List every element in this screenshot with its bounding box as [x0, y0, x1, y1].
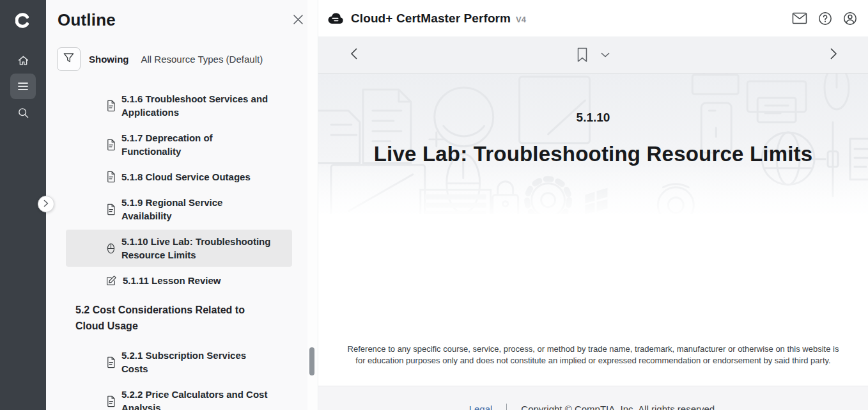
footer-divider [506, 404, 507, 410]
mail-icon[interactable] [792, 12, 807, 24]
lesson-title: Live Lab: Troubleshooting Resource Limit… [318, 142, 868, 166]
close-outline-button[interactable] [293, 14, 304, 28]
outline-item[interactable]: 5.1.7 Deprecation of Functionality [66, 126, 292, 163]
outline-title: Outline [58, 10, 116, 30]
next-lesson-button[interactable] [826, 44, 841, 66]
previous-lesson-button[interactable] [346, 44, 361, 66]
outline-item[interactable]: 5.1.11 Lesson Review [66, 269, 292, 292]
outline-item[interactable]: 5.2.2 Price Calculators and Cost Analysi… [66, 382, 292, 410]
main-area: Cloud+ CertMaster Perform V4 [318, 0, 868, 410]
home-button[interactable] [10, 47, 36, 73]
outline-section-header[interactable]: 5.2 Cost Considerations Related to Cloud… [66, 295, 292, 341]
outline-panel: Outline Showing All Resource Types (Defa… [46, 0, 318, 410]
document-icon [105, 356, 116, 368]
chevron-left-icon [350, 48, 357, 62]
panel-expand-button[interactable] [38, 196, 54, 212]
outline-item[interactable]: 5.1.8 Cloud Service Outages [66, 165, 292, 189]
lesson-hero-banner: 5.1.10 Live Lab: Troubleshooting Resourc… [318, 74, 868, 214]
chevron-down-icon[interactable] [601, 52, 610, 58]
outline-menu-icon [17, 81, 29, 91]
header-action-icons [792, 12, 857, 26]
copyright-text: Copyright © CompTIA, Inc. All rights res… [521, 404, 717, 410]
mouse-icon [105, 242, 116, 255]
outline-scrollbar-thumb[interactable] [309, 347, 314, 375]
lesson-content: Reference to any specific course, servic… [318, 214, 868, 386]
filter-funnel-icon [63, 52, 75, 67]
edit-icon [105, 274, 118, 287]
search-icon [17, 107, 29, 119]
lesson-navbar [318, 36, 868, 74]
chevron-right-icon [43, 198, 49, 210]
product-title: Cloud+ CertMaster Perform [351, 12, 511, 26]
account-icon[interactable] [843, 12, 857, 26]
rail-nav [0, 47, 46, 125]
outline-item[interactable]: 5.1.9 Regional Service Availability [66, 191, 292, 228]
document-icon [105, 139, 116, 151]
outline-scrollbar-track[interactable] [307, 0, 318, 410]
home-icon [17, 54, 29, 67]
document-icon [105, 203, 116, 216]
outline-item[interactable]: 5.1.6 Troubleshoot Services and Applicat… [66, 87, 292, 124]
bookmark-icon[interactable] [577, 47, 588, 63]
lesson-number: 5.1.10 [318, 111, 868, 125]
outline-list: 5.1.6 Troubleshoot Services and Applicat… [46, 87, 318, 410]
hero-text: 5.1.10 Live Lab: Troubleshooting Resourc… [318, 74, 868, 166]
search-button[interactable] [10, 100, 36, 125]
outline-item[interactable]: 5.2.1 Subscription Services Costs [66, 343, 292, 381]
comptia-c-logo [0, 0, 46, 36]
legal-link[interactable]: Legal [469, 404, 493, 410]
chevron-right-icon [830, 48, 837, 62]
footer-row: Legal Copyright © CompTIA, Inc. All righ… [469, 404, 718, 410]
outline-item[interactable]: 5.1.10 Live Lab: Troubleshooting Resourc… [66, 230, 292, 267]
app-window: Outline Showing All Resource Types (Defa… [0, 0, 868, 410]
product-version: V4 [516, 15, 526, 24]
cloud-icon [327, 12, 345, 24]
document-icon [105, 100, 116, 112]
filter-value: All Resource Types (Default) [141, 54, 263, 65]
app-header: Cloud+ CertMaster Perform V4 [318, 0, 868, 36]
outline-header: Outline [46, 0, 318, 30]
close-x-icon [293, 16, 304, 27]
disclaimer-text: Reference to any specific course, servic… [343, 343, 844, 367]
filter-button[interactable] [57, 47, 81, 71]
page-footer: Legal Copyright © CompTIA, Inc. All righ… [318, 386, 868, 410]
document-icon [105, 171, 116, 183]
filter-showing-label: Showing [89, 54, 129, 65]
outline-menu-button[interactable] [10, 74, 36, 99]
bookmark-group [577, 47, 610, 63]
help-icon[interactable] [818, 12, 832, 26]
filter-row: Showing All Resource Types (Default) [57, 47, 318, 71]
document-icon [105, 395, 116, 407]
